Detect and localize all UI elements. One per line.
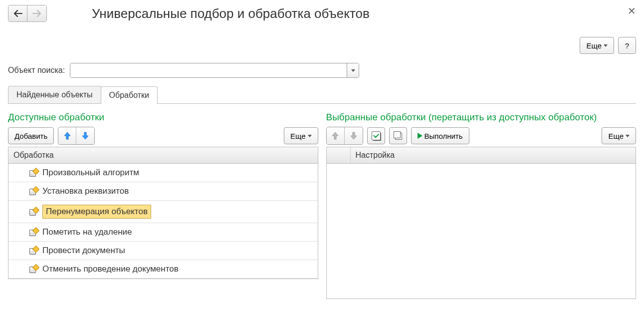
forward-button[interactable] <box>27 5 46 21</box>
chevron-down-icon <box>626 135 630 137</box>
list-item[interactable]: Отменить проведение документов <box>8 260 318 279</box>
move-up-button[interactable] <box>58 127 76 144</box>
close-button[interactable]: ✕ <box>628 5 636 17</box>
check-all-icon <box>372 131 381 140</box>
close-icon: ✕ <box>628 5 636 16</box>
selected-grid-body[interactable] <box>327 164 636 299</box>
arrow-left-icon <box>13 10 22 17</box>
play-icon <box>418 133 423 139</box>
chevron-down-icon <box>604 44 608 47</box>
check-all-button[interactable] <box>367 127 385 144</box>
grid-header: Обработка <box>8 147 318 164</box>
list-item[interactable]: Установка реквизитов <box>8 182 318 201</box>
execute-label: Выполнить <box>425 132 463 140</box>
item-label: Отменить проведение документов <box>42 264 179 274</box>
move-down-button[interactable] <box>345 127 363 144</box>
search-input[interactable] <box>70 63 347 77</box>
available-title: Доступные обработки <box>8 112 318 123</box>
uncheck-all-icon <box>394 131 403 140</box>
arrow-right-icon <box>32 10 41 17</box>
search-dropdown[interactable] <box>70 63 359 78</box>
nav-buttons <box>8 5 47 22</box>
move-down-button[interactable] <box>76 127 94 144</box>
tab-processings[interactable]: Обработки <box>101 86 158 104</box>
header-cell-settings: Настройка <box>351 147 400 163</box>
processing-icon <box>29 247 37 255</box>
chevron-down-icon <box>351 69 355 72</box>
available-grid: Обработка Произвольный алгоритм Установк… <box>8 147 318 279</box>
arrow-up-icon <box>332 132 339 140</box>
list-item[interactable]: Произвольный алгоритм <box>8 164 318 182</box>
move-updown-group <box>58 127 95 145</box>
processing-icon <box>29 266 37 273</box>
arrow-up-icon <box>64 132 71 140</box>
item-label: Перенумерация объектов <box>42 205 151 219</box>
uncheck-all-button[interactable] <box>389 127 407 144</box>
move-up-button[interactable] <box>327 127 345 144</box>
more-label: Еще <box>608 132 624 140</box>
processing-icon <box>29 229 37 236</box>
list-item[interactable]: Провести документы <box>8 242 318 260</box>
more-button-top[interactable]: Еще <box>580 37 614 54</box>
item-label: Произвольный алгоритм <box>42 168 139 178</box>
help-button[interactable]: ? <box>618 37 636 54</box>
more-button-left[interactable]: Еще <box>284 127 318 144</box>
page-title: Универсальные подбор и обработка объекто… <box>92 6 370 21</box>
dropdown-toggle[interactable] <box>347 63 359 77</box>
item-label: Провести документы <box>42 246 125 256</box>
list-item[interactable]: Пометить на удаление <box>8 223 318 242</box>
search-label: Объект поиска: <box>8 66 65 75</box>
item-label: Установка реквизитов <box>42 186 129 196</box>
processing-icon <box>29 208 37 216</box>
help-label: ? <box>625 41 629 50</box>
tab-found-objects[interactable]: Найденные объекты <box>8 86 101 103</box>
selected-grid: Настройка <box>326 147 637 299</box>
item-label: Пометить на удаление <box>42 227 132 237</box>
list-item[interactable]: Перенумерация объектов <box>8 201 318 223</box>
more-label: Еще <box>290 132 306 140</box>
more-label: Еще <box>586 41 602 50</box>
move-updown-group-right <box>326 127 363 145</box>
back-button[interactable] <box>8 5 27 21</box>
add-button[interactable]: Добавить <box>8 127 54 144</box>
more-button-right[interactable]: Еще <box>602 127 636 144</box>
processing-icon <box>29 188 37 195</box>
arrow-down-icon <box>350 132 357 140</box>
selected-title: Выбранные обработки (перетащить из досту… <box>326 112 637 123</box>
arrow-down-icon <box>82 132 89 140</box>
processing-icon <box>29 169 37 177</box>
chevron-down-icon <box>308 135 312 137</box>
execute-button[interactable]: Выполнить <box>411 127 469 144</box>
header-cell-check <box>327 147 351 163</box>
